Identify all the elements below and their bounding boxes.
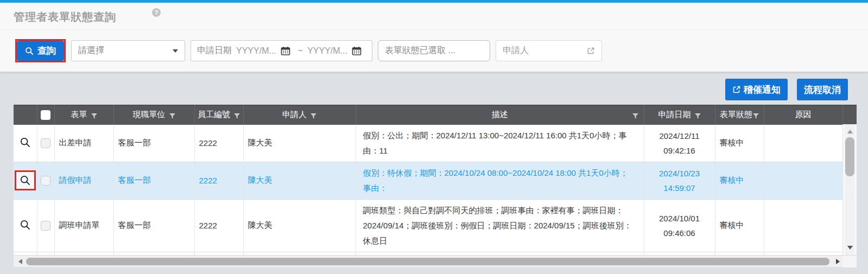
date-range-field: 申請日期 YYYY/M... ~ YYYY/M... [191,40,372,61]
scroll-down-arrow[interactable] [847,246,853,250]
header-unit[interactable]: 現職單位 [113,105,194,125]
scroll-left-arrow[interactable] [18,259,22,264]
select-all-checkbox[interactable] [41,110,50,120]
row-checkbox[interactable] [41,221,50,231]
search-icon [25,47,34,55]
form-type-select-value: 請選擇 [78,45,104,56]
form-type-select[interactable]: 請選擇 [71,40,185,61]
cell-description: 調班類型：與自己對調不同天的排班；調班事由：家裡有事；調班日期：2024/09/… [356,199,644,252]
applicant-field[interactable]: 申請人 [496,40,602,61]
filter-icon[interactable] [632,112,638,121]
help-icon[interactable]: ? [152,8,161,17]
cell-applicant: 陳大美 [243,199,356,252]
date-range-label: 申請日期 [197,45,232,56]
chevron-down-icon [173,49,178,53]
cell-apply-date: 2024/12/1109:42:16 [644,125,715,162]
cell-form: 請假申請 [54,162,113,199]
cell-reason [764,162,842,199]
page-title: 管理者表單狀態查詢 [14,10,116,24]
horizontal-scrollbar-thumb[interactable] [26,258,829,265]
cell-unit: 客服一部 [113,125,194,162]
filter-icon[interactable] [695,112,701,121]
scroll-right-arrow[interactable] [836,259,840,264]
search-button[interactable]: 查詢 [17,41,64,61]
scrollbar-corner [842,256,857,267]
cell-applicant: 陳大美 [243,125,356,162]
vertical-scrollbar[interactable] [842,124,857,255]
table-row-selected[interactable]: 請假申請 客服一部 2222 陳大美 假別：特休假；期間：2024/10/24 … [14,162,857,199]
toolbar: 稽催通知 流程取消 [725,79,848,100]
header-detail-column [14,105,37,125]
header-scrollbar-spacer [842,105,857,125]
cell-form: 出差申請 [54,125,113,162]
header-employee-id[interactable]: 員工編號 [194,105,243,125]
results-table: 表單 現職單位 員工編號 申請人 描述 申請日期 表單狀態 原因 出差申請 客服… [14,105,857,255]
select-all-checkbox-cell [37,105,54,125]
header-description[interactable]: 描述 [356,105,644,125]
row-checkbox[interactable] [41,138,50,148]
cell-status: 審核中 [715,199,764,252]
form-status-field[interactable]: 表單狀態已選取 ... [378,40,490,61]
date-from-input[interactable]: YYYY/M... [236,46,276,56]
process-cancel-button[interactable]: 流程取消 [797,79,848,100]
filter-icon[interactable] [753,112,759,121]
cell-employee-id: 2222 [194,199,243,252]
table-row[interactable]: 出差申請 客服一部 2222 陳大美 假別：公出；期間：2024/12/11 1… [14,125,857,162]
cell-employee-id: 2222 [194,162,243,199]
table-row[interactable]: 調班申請單 客服一部 2222 陳大美 調班類型：與自己對調不同天的排班；調班事… [14,199,857,252]
header-status[interactable]: 表單狀態 [715,105,764,125]
row-detail-magnifier-icon[interactable] [20,219,31,231]
cell-status: 審核中 [715,162,764,199]
applicant-placeholder: 申請人 [503,45,529,56]
cell-apply-date: 2024/10/0109:46:06 [644,199,715,252]
cell-apply-date: 2024/10/2314:59:07 [644,162,715,199]
cell-unit: 客服一部 [113,199,194,252]
open-picker-icon[interactable] [587,47,595,55]
filter-bar: 查詢 請選擇 申請日期 YYYY/M... ~ YYYY/M... 表單狀態已選… [0,30,868,72]
annotation-box-magnifier [15,170,36,190]
process-cancel-label: 流程取消 [804,84,841,96]
row-detail-magnifier-icon[interactable] [20,175,31,186]
header-form[interactable]: 表單 [54,105,113,125]
calendar-icon[interactable] [281,46,290,56]
remind-notify-button[interactable]: 稽催通知 [725,79,788,100]
title-area: 管理者表單狀態查詢 ? [0,3,868,30]
cell-unit: 客服一部 [113,162,194,199]
scroll-up-arrow[interactable] [847,130,853,133]
annotation-box-search: 查詢 [15,39,66,62]
filter-icon[interactable] [234,112,240,121]
filter-icon[interactable] [91,112,97,121]
header-reason: 原因 [764,105,842,125]
vertical-scrollbar-thumb[interactable] [845,137,854,176]
header-apply-date[interactable]: 申請日期 [644,105,715,125]
row-checkbox[interactable] [41,176,50,186]
search-button-label: 查詢 [37,44,56,57]
date-range-separator: ~ [298,46,303,56]
cell-applicant: 陳大美 [243,162,356,199]
calendar-icon[interactable] [352,46,362,56]
row-detail-magnifier-icon[interactable] [20,137,31,148]
horizontal-scrollbar[interactable] [14,255,857,267]
filter-icon[interactable] [169,112,175,121]
form-status-value: 表單狀態已選取 ... [385,45,455,56]
cell-employee-id: 2222 [194,125,243,162]
cell-status: 審核中 [715,125,764,162]
filter-icon[interactable] [311,112,316,121]
external-link-icon [732,85,741,94]
date-to-input[interactable]: YYYY/M... [307,46,347,56]
cell-reason [764,199,842,252]
cell-form: 調班申請單 [54,199,113,252]
table-header-row: 表單 現職單位 員工編號 申請人 描述 申請日期 表單狀態 原因 [14,105,857,125]
cell-reason [764,125,842,162]
cell-description: 假別：特休假；期間：2024/10/24 08:00~2024/10/24 18… [356,162,644,199]
header-applicant[interactable]: 申請人 [243,105,356,125]
remind-notify-label: 稽催通知 [744,84,781,96]
cell-description: 假別：公出；期間：2024/12/11 13:00~2024/12/11 16:… [356,125,644,162]
admin-form-status-page: 管理者表單狀態查詢 ? 查詢 請選擇 申請日期 YYYY/M... ~ YYYY… [0,0,868,274]
